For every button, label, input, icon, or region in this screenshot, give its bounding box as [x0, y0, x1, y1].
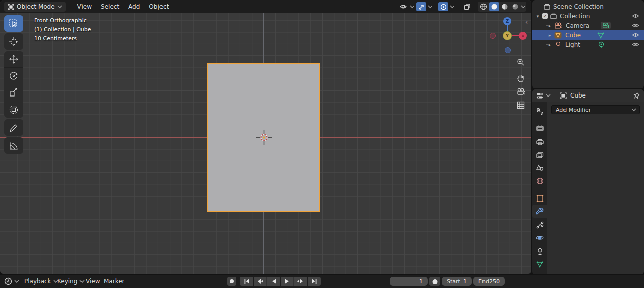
menu-add[interactable]: Add — [124, 1, 144, 12]
tab-particles[interactable] — [532, 218, 547, 231]
scene-icon — [536, 164, 544, 171]
menu-object[interactable]: Object — [144, 1, 173, 12]
gizmo-x-axis[interactable] — [519, 32, 527, 40]
gizmo-y-axis[interactable]: Y — [503, 31, 512, 40]
tab-object[interactable] — [532, 191, 547, 205]
tool-scale-button[interactable] — [4, 84, 23, 101]
snap-toggle-button[interactable] — [416, 2, 426, 11]
tab-material[interactable] — [532, 271, 547, 274]
outliner-row-light[interactable]: ▸ Light — [532, 40, 644, 49]
tree-guide-stub — [546, 35, 549, 35]
outliner-row-cube[interactable]: ▸ Cube — [532, 30, 644, 40]
tool-annotate-button[interactable] — [4, 119, 23, 136]
proportional-editing-button[interactable] — [438, 2, 448, 11]
tool-move-button[interactable] — [4, 51, 23, 68]
tree-guide-stub — [546, 25, 549, 26]
tab-modifiers[interactable] — [532, 205, 547, 218]
gizmo-x-neg-axis[interactable] — [490, 33, 496, 39]
shading-solid-button[interactable] — [489, 2, 499, 11]
play-reverse-button[interactable] — [267, 277, 280, 286]
tab-object-data[interactable] — [532, 258, 547, 271]
mode-label: Object Mode — [17, 3, 55, 10]
overlay-grid-scale: 10 Centimeters — [34, 35, 77, 42]
tab-scene[interactable] — [532, 161, 547, 174]
tab-view-layer[interactable] — [532, 148, 547, 161]
timeline-menu-keying[interactable]: Keying — [57, 275, 85, 288]
next-keyframe-button[interactable] — [294, 277, 307, 286]
tool-measure-button[interactable] — [4, 137, 23, 154]
zoom-button[interactable] — [516, 57, 526, 67]
sidebar-collapse-arrow[interactable]: ‹ — [525, 18, 528, 26]
shading-material-button[interactable] — [500, 2, 510, 11]
snap-icon — [418, 4, 425, 10]
play-icon — [284, 278, 290, 284]
camera-view-button[interactable] — [516, 86, 526, 97]
rendered-sphere-icon — [512, 3, 519, 10]
eye-icon[interactable] — [632, 42, 639, 47]
prev-keyframe-button[interactable] — [254, 277, 267, 286]
auto-keyframe-button[interactable] — [429, 277, 440, 286]
properties-editor-icon[interactable] — [536, 92, 545, 99]
chevron-down-icon[interactable] — [410, 5, 415, 9]
menu-select[interactable]: Select — [96, 1, 124, 12]
eye-icon[interactable] — [632, 23, 639, 28]
eye-icon[interactable] — [632, 13, 639, 19]
breadcrumb-object-name: Cube — [570, 92, 586, 99]
gizmo-z-neg-axis[interactable] — [505, 47, 511, 53]
tab-physics[interactable] — [532, 231, 547, 244]
chevron-down-icon[interactable] — [521, 5, 526, 9]
current-frame-value: 1 — [419, 278, 423, 285]
mesh-data-badge[interactable] — [597, 32, 605, 39]
properties-panel: Cube — [532, 89, 644, 274]
light-data-badge[interactable] — [598, 41, 605, 48]
current-frame-field[interactable]: 1 — [390, 277, 428, 286]
pan-button[interactable] — [516, 73, 526, 83]
tool-rotate-button[interactable] — [4, 68, 23, 84]
mode-dropdown[interactable]: Object Mode — [4, 2, 66, 12]
timeline-menu-view[interactable]: View — [86, 275, 100, 288]
chevron-down-icon[interactable] — [450, 5, 455, 9]
timeline-editor-type-button[interactable] — [4, 275, 19, 288]
ortho-toggle-button[interactable] — [516, 100, 526, 110]
menu-view[interactable]: View — [73, 1, 96, 12]
timeline-menu-marker[interactable]: Marker — [104, 275, 124, 288]
frame-end-field[interactable]: End 250 — [473, 277, 505, 286]
material-sphere-icon — [536, 274, 544, 275]
camera-data-badge[interactable] — [601, 22, 611, 29]
chevron-down-icon[interactable] — [428, 5, 433, 9]
tab-constraints[interactable] — [532, 245, 547, 258]
overlays-toggle-button[interactable] — [462, 2, 472, 11]
outliner-row-collection[interactable]: ▾ ✓ Collection — [532, 11, 644, 21]
mesh-object-icon — [554, 32, 562, 39]
jump-to-start-button[interactable] — [240, 277, 253, 286]
record-button[interactable] — [227, 277, 236, 286]
shading-wireframe-button[interactable] — [478, 2, 489, 11]
render-camera-back-icon — [536, 125, 544, 131]
disclosure-down-icon[interactable]: ▾ — [535, 14, 540, 19]
add-modifier-dropdown[interactable]: Add Modifier — [551, 105, 640, 114]
gizmo-z-axis[interactable]: Z — [503, 17, 511, 25]
play-button[interactable] — [281, 277, 294, 286]
jump-to-end-button[interactable] — [308, 277, 321, 286]
overlay-view-name: Front Orthographic — [34, 17, 87, 24]
tab-render[interactable] — [532, 121, 547, 134]
tool-select-box-button[interactable] — [4, 15, 23, 32]
pin-icon[interactable] — [633, 92, 640, 99]
tab-tool[interactable] — [532, 105, 547, 118]
timeline-menu-playback[interactable]: Playback — [24, 275, 58, 288]
eye-icon[interactable] — [632, 32, 639, 38]
chevron-down-icon[interactable] — [546, 93, 551, 98]
collection-icon — [544, 4, 550, 10]
shading-rendered-button[interactable] — [510, 2, 520, 11]
select-box-icon — [9, 19, 19, 29]
collection-checkbox[interactable]: ✓ — [542, 13, 548, 19]
tab-world[interactable] — [532, 174, 547, 187]
show-gizmo-button[interactable] — [398, 2, 408, 11]
tab-output[interactable] — [532, 135, 547, 148]
outliner-row-camera[interactable]: ▸ Camera — [532, 21, 644, 30]
tool-cursor-button[interactable] — [4, 33, 23, 50]
outliner-row-scene-collection[interactable]: Scene Collection — [532, 2, 644, 11]
tool-transform-button[interactable] — [4, 101, 23, 118]
3d-viewport[interactable]: Object Mode View Select Add Object — [0, 0, 531, 274]
frame-start-field[interactable]: Start 1 — [442, 277, 472, 286]
